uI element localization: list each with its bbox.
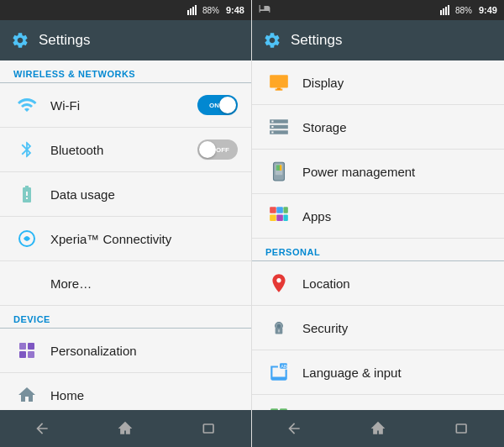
wifi-toggle[interactable]: ON (197, 95, 238, 115)
menu-item-xperia[interactable]: Xperia™ Connectivity (0, 217, 251, 261)
toggle-off-label: OFF (216, 146, 229, 154)
svg-rect-13 (448, 5, 449, 15)
battery-left: 88% (202, 6, 219, 15)
bluetooth-icon (13, 136, 40, 163)
svg-rect-26 (276, 214, 283, 221)
xperia-icon (13, 225, 40, 252)
menu-item-security[interactable]: Security (252, 306, 504, 350)
svg-rect-20 (278, 165, 280, 171)
home-button-left[interactable] (108, 412, 142, 445)
signal-icons (187, 5, 197, 15)
personalization-icon (13, 337, 40, 364)
language-label: Language & input (302, 365, 491, 380)
storage-icon (265, 113, 292, 140)
svg-rect-16 (277, 88, 281, 90)
menu-item-location[interactable]: Location (252, 261, 504, 306)
svg-rect-22 (270, 207, 276, 213)
top-bar-left: Settings (0, 20, 251, 60)
location-label: Location (302, 276, 491, 291)
power-label: Power management (302, 165, 491, 179)
svg-text:ABC: ABC (281, 364, 290, 369)
menu-item-apps[interactable]: Apps (252, 194, 504, 239)
section-personal: PERSONAL (252, 239, 504, 261)
personalization-label: Personalization (50, 344, 238, 358)
status-bar-right: 88% 9:49 (252, 0, 504, 20)
settings-icon-right (262, 30, 282, 50)
toggle-knob-bt (199, 141, 216, 158)
more-icon (13, 270, 40, 297)
section-device: DEVICE (0, 306, 251, 329)
data-icon (13, 181, 40, 208)
apps-label: Apps (302, 209, 491, 224)
power-icon (265, 158, 292, 185)
left-panel: 88% 9:48 Settings WIRELESS & NETWORKS Wi… (0, 0, 252, 447)
svg-rect-21 (280, 165, 281, 171)
wifi-icon (13, 92, 40, 118)
svg-rect-8 (28, 351, 34, 358)
svg-rect-5 (19, 343, 26, 350)
recent-button-right[interactable] (445, 412, 479, 445)
bluetooth-toggle[interactable]: OFF (197, 139, 238, 160)
menu-item-language[interactable]: ABC Language & input (252, 350, 504, 395)
back-button-right[interactable] (277, 412, 311, 445)
content-left: WIRELESS & NETWORKS Wi-Fi ON Bluetooth (0, 60, 251, 410)
display-icon-right (265, 69, 292, 96)
apps-icon (265, 202, 292, 229)
menu-item-data[interactable]: Data usage (0, 172, 251, 217)
menu-item-personalization[interactable]: Personalization (0, 329, 251, 373)
nav-bar-left (0, 410, 251, 447)
recent-button-left[interactable] (192, 412, 226, 445)
signal-icons-right (440, 5, 450, 15)
menu-item-power[interactable]: Power management (252, 150, 504, 194)
back-button-left[interactable] (25, 412, 59, 445)
svg-rect-9 (203, 424, 213, 433)
right-panel: 88% 9:49 Settings Display (252, 0, 504, 447)
xperia-label: Xperia™ Connectivity (50, 232, 238, 246)
svg-rect-0 (187, 10, 189, 15)
svg-rect-14 (270, 75, 288, 87)
storage-label: Storage (302, 120, 491, 134)
security-label: Security (302, 321, 491, 335)
svg-rect-23 (276, 207, 283, 213)
svg-rect-24 (283, 207, 287, 213)
settings-icon-left (10, 30, 30, 50)
more-label: More… (50, 276, 238, 291)
svg-rect-12 (445, 7, 447, 15)
svg-rect-10 (440, 10, 442, 15)
home-label: Home (50, 388, 238, 402)
menu-item-bluetooth[interactable]: Bluetooth OFF (0, 128, 251, 172)
toggle-on-label: ON (209, 102, 219, 109)
toggle-knob-wifi (219, 97, 236, 113)
display-label-right: Display (302, 76, 491, 90)
home-icon (13, 381, 40, 408)
svg-rect-19 (276, 165, 278, 171)
time-left: 9:48 (226, 5, 244, 15)
backup-icon (265, 403, 292, 410)
nav-bar-right (252, 410, 504, 447)
svg-rect-6 (28, 343, 34, 350)
home-button-right[interactable] (361, 412, 395, 445)
svg-rect-11 (443, 8, 444, 15)
wifi-label: Wi-Fi (50, 98, 197, 113)
menu-item-backup[interactable]: Backup & reset (252, 395, 504, 410)
svg-rect-25 (270, 214, 276, 221)
notification-area (259, 3, 437, 18)
status-bar-left: 88% 9:48 (0, 0, 251, 20)
battery-right: 88% (455, 6, 472, 15)
svg-point-28 (277, 279, 281, 282)
svg-rect-33 (278, 329, 280, 332)
section-wireless: WIRELESS & NETWORKS (0, 60, 251, 83)
language-icon: ABC (265, 359, 292, 386)
bluetooth-label: Bluetooth (50, 143, 197, 157)
menu-item-display-right[interactable]: Display (252, 60, 504, 105)
settings-title-right: Settings (291, 32, 342, 49)
svg-rect-1 (190, 8, 192, 15)
content-right: Display Storage Power mana (252, 60, 504, 410)
menu-item-wifi[interactable]: Wi-Fi ON (0, 83, 251, 128)
svg-rect-7 (19, 351, 26, 358)
menu-item-more[interactable]: More… (0, 261, 251, 306)
menu-item-storage[interactable]: Storage (252, 105, 504, 150)
menu-item-home[interactable]: Home (0, 373, 251, 410)
svg-rect-46 (456, 424, 466, 433)
time-right: 9:49 (479, 5, 497, 15)
